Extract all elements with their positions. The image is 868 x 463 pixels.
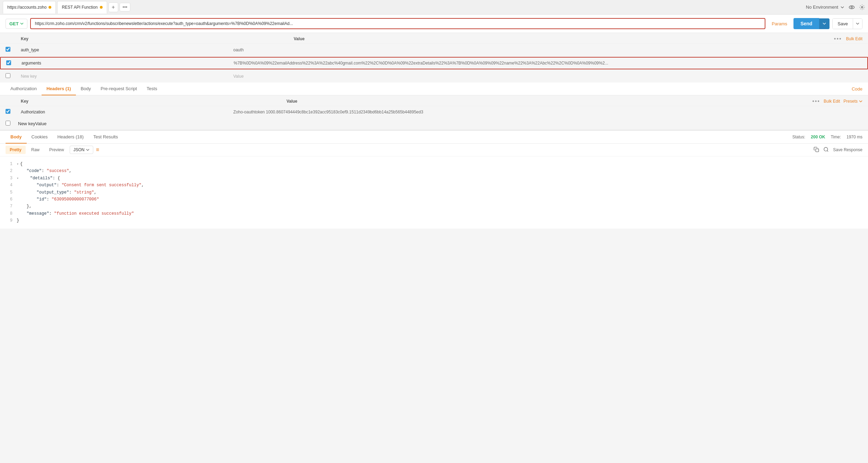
headers-table-actions: ••• Bulk Edit Presets xyxy=(812,98,862,104)
params-args-key: arguments xyxy=(19,61,234,66)
method-chevron-icon xyxy=(20,22,24,25)
tab-headers[interactable]: Headers (1) xyxy=(42,83,76,95)
time-label: Time: xyxy=(831,135,841,139)
settings-button[interactable] xyxy=(859,4,865,10)
headers-new-row: New key Value xyxy=(0,118,868,130)
presets-chevron-icon xyxy=(859,100,862,103)
more-icon: ••• xyxy=(123,5,128,10)
svg-point-0 xyxy=(849,6,854,9)
send-dropdown-button[interactable] xyxy=(819,18,830,29)
headers-key-header: Key xyxy=(18,99,286,104)
params-key-header: Key xyxy=(18,36,294,41)
tab-tests[interactable]: Tests xyxy=(142,83,162,95)
tab-rest-api-label: REST API Function xyxy=(62,5,97,10)
time-value: 1970 ms xyxy=(847,135,862,139)
headers-auth-checkbox[interactable] xyxy=(6,109,10,114)
headers-new-check xyxy=(6,121,18,127)
more-tabs-button[interactable]: ••• xyxy=(120,3,131,11)
params-auth-value: oauth xyxy=(233,48,862,52)
save-button[interactable]: Save xyxy=(833,19,853,29)
status-value: 200 OK xyxy=(811,135,825,139)
json-line-2: 2 "code": "success", xyxy=(6,168,862,174)
response-status: Status: 200 OK Time: 1970 ms xyxy=(792,135,862,139)
add-tab-button[interactable]: + xyxy=(108,2,118,12)
json-line-1: 1 { xyxy=(6,161,862,168)
format-selector[interactable]: JSON xyxy=(70,146,93,154)
save-response-button[interactable]: Save Response xyxy=(833,147,862,152)
resp-tab-body[interactable]: Body xyxy=(6,131,27,144)
params-button[interactable]: Params xyxy=(768,19,791,28)
request-tabs-bar: Authorization Headers (1) Body Pre-reque… xyxy=(0,83,868,95)
tab-authorization[interactable]: Authorization xyxy=(6,83,42,95)
method-label: GET xyxy=(9,21,19,26)
params-args-checkbox[interactable] xyxy=(6,60,11,65)
response-tabs-bar: Body Cookies Headers (18) Test Results S… xyxy=(0,131,868,144)
json-line-5: 5 "output_type": "string", xyxy=(6,189,862,196)
top-bar-right: No Environment xyxy=(806,4,865,10)
headers-auth-value: Zoho-oauthtoken 1000.8607494449c8bc1e392… xyxy=(233,110,862,114)
params-table-actions: ••• Bulk Edit xyxy=(834,36,862,42)
params-row-auth-type: auth_type oauth xyxy=(0,44,868,56)
save-dropdown-button[interactable] xyxy=(853,19,862,29)
copy-button[interactable] xyxy=(814,147,819,153)
headers-new-key: New key xyxy=(18,121,35,126)
json-line-9: 9 } xyxy=(6,217,862,224)
resp-tab-cookies[interactable]: Cookies xyxy=(27,131,53,144)
search-icon xyxy=(823,147,829,152)
tab-accounts-dot xyxy=(49,6,51,9)
params-new-value: Value xyxy=(233,74,862,79)
params-table-header: Key Value ••• Bulk Edit xyxy=(0,33,868,44)
fmt-tab-preview[interactable]: Preview xyxy=(45,146,68,154)
search-button[interactable] xyxy=(823,147,829,153)
params-row-args-check[interactable] xyxy=(6,60,19,66)
json-line-7: 7 }, xyxy=(6,203,862,210)
params-row-auth-check[interactable] xyxy=(6,47,18,53)
tab-rest-api-dot xyxy=(100,6,103,9)
environment-selector[interactable]: No Environment xyxy=(806,5,844,10)
headers-new-value: Value xyxy=(35,121,46,126)
params-more-button[interactable]: ••• xyxy=(834,36,842,42)
headers-bulk-edit-button[interactable]: Bulk Edit xyxy=(824,99,840,104)
json-line-6: 6 "id": "63095000000077006" xyxy=(6,196,862,203)
params-new-check xyxy=(6,73,18,79)
resp-tab-test-results[interactable]: Test Results xyxy=(88,131,123,144)
params-auth-checkbox[interactable] xyxy=(6,47,10,52)
params-bulk-edit-button[interactable]: Bulk Edit xyxy=(846,36,862,41)
top-bar: https://accounts.zoho REST API Function … xyxy=(0,0,868,15)
tab-accounts[interactable]: https://accounts.zoho xyxy=(3,1,56,14)
url-input-container xyxy=(30,18,766,29)
send-button-group: Send xyxy=(793,18,830,29)
send-button[interactable]: Send xyxy=(793,18,819,29)
eye-button[interactable] xyxy=(849,4,855,10)
code-link[interactable]: Code xyxy=(852,86,862,92)
headers-new-checkbox[interactable] xyxy=(6,121,10,126)
params-new-checkbox[interactable] xyxy=(6,73,10,78)
headers-presets-button[interactable]: Presets xyxy=(843,99,862,104)
headers-table-header: Key Value ••• Bulk Edit Presets xyxy=(0,95,868,106)
status-label: Status: xyxy=(792,135,805,139)
method-selector[interactable]: GET xyxy=(6,19,27,29)
resp-tab-headers[interactable]: Headers (18) xyxy=(52,131,88,144)
params-new-key: New key xyxy=(18,74,233,79)
fmt-tab-raw[interactable]: Raw xyxy=(27,146,44,154)
resp-toolbar-right: Save Response xyxy=(814,147,862,153)
copy-icon xyxy=(814,147,819,152)
tab-pre-request[interactable]: Pre-request Script xyxy=(96,83,142,95)
request-tab-right: Code xyxy=(852,86,862,92)
format-chevron-icon xyxy=(86,148,89,152)
svg-point-4 xyxy=(824,147,828,151)
json-line-8: 8 "message": "function executed successf… xyxy=(6,210,862,217)
headers-auth-check[interactable] xyxy=(6,109,18,115)
svg-point-2 xyxy=(861,6,863,8)
svg-rect-3 xyxy=(816,149,819,152)
tab-body[interactable]: Body xyxy=(76,83,96,95)
url-input[interactable] xyxy=(30,18,766,29)
headers-more-button[interactable]: ••• xyxy=(812,98,820,104)
tab-rest-api[interactable]: REST API Function xyxy=(57,1,107,14)
headers-auth-key: Authorization xyxy=(18,110,233,114)
wrap-icon[interactable]: ≡ xyxy=(96,147,99,153)
tab-accounts-label: https://accounts.zoho xyxy=(7,5,46,10)
response-section: Body Cookies Headers (18) Test Results S… xyxy=(0,130,868,229)
eye-icon xyxy=(849,4,855,10)
fmt-tab-pretty[interactable]: Pretty xyxy=(6,146,26,154)
